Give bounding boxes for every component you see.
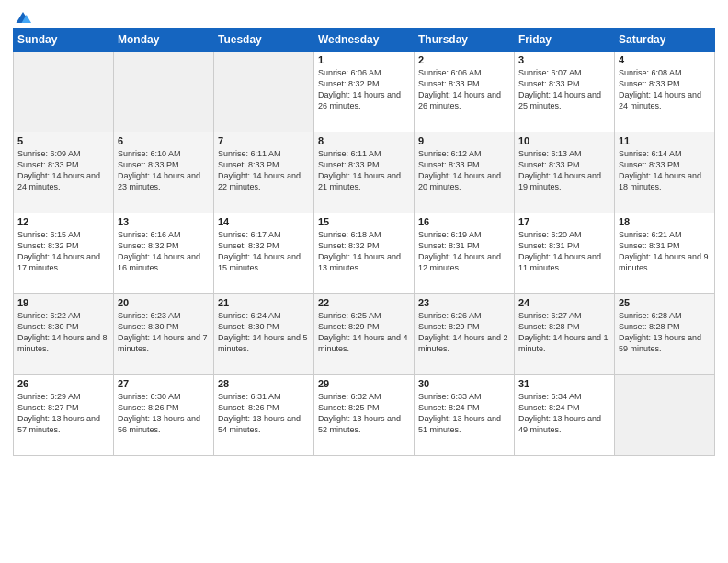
sunrise-label: Sunrise: 6:20 AM [518, 230, 582, 239]
daylight-label: Daylight: 14 hours and 18 minutes. [619, 171, 701, 191]
calendar-cell: 14Sunrise: 6:17 AMSunset: 8:32 PMDayligh… [214, 213, 314, 294]
sunrise-label: Sunrise: 6:29 AM [17, 392, 81, 401]
calendar-cell: 31Sunrise: 6:34 AMSunset: 8:24 PMDayligh… [515, 375, 615, 456]
calendar-cell [615, 375, 715, 456]
day-number: 18 [619, 216, 711, 227]
sunrise-label: Sunrise: 6:22 AM [17, 311, 81, 320]
calendar-header-monday: Monday [114, 29, 214, 52]
sunset-label: Sunset: 8:25 PM [318, 403, 380, 412]
day-info: Sunrise: 6:31 AMSunset: 8:26 PMDaylight:… [218, 391, 310, 436]
calendar-cell: 3Sunrise: 6:07 AMSunset: 8:33 PMDaylight… [515, 52, 615, 132]
sunrise-label: Sunrise: 6:06 AM [418, 68, 482, 77]
sunrise-label: Sunrise: 6:33 AM [418, 392, 482, 401]
calendar-cell: 24Sunrise: 6:27 AMSunset: 8:28 PMDayligh… [515, 294, 615, 375]
day-number: 9 [418, 135, 510, 146]
calendar-header-row: SundayMondayTuesdayWednesdayThursdayFrid… [14, 29, 715, 52]
sunrise-label: Sunrise: 6:19 AM [418, 230, 482, 239]
daylight-label: Daylight: 13 hours and 54 minutes. [218, 414, 301, 434]
sunrise-label: Sunrise: 6:23 AM [118, 311, 181, 320]
sunrise-label: Sunrise: 6:14 AM [619, 149, 682, 158]
day-info: Sunrise: 6:06 AMSunset: 8:32 PMDaylight:… [318, 67, 410, 112]
calendar-cell: 28Sunrise: 6:31 AMSunset: 8:26 PMDayligh… [214, 375, 314, 456]
day-number: 10 [518, 135, 610, 146]
sunset-label: Sunset: 8:27 PM [17, 403, 79, 412]
day-number: 13 [118, 216, 210, 227]
day-info: Sunrise: 6:20 AMSunset: 8:31 PMDaylight:… [518, 229, 610, 274]
day-number: 20 [118, 297, 210, 308]
day-info: Sunrise: 6:08 AMSunset: 8:33 PMDaylight:… [619, 67, 711, 112]
sunrise-label: Sunrise: 6:13 AM [518, 149, 582, 158]
day-number: 25 [619, 297, 711, 308]
sunset-label: Sunset: 8:33 PM [418, 79, 480, 88]
daylight-label: Daylight: 13 hours and 51 minutes. [418, 414, 501, 434]
day-number: 24 [518, 297, 610, 308]
day-info: Sunrise: 6:17 AMSunset: 8:32 PMDaylight:… [218, 229, 310, 274]
sunset-label: Sunset: 8:31 PM [418, 241, 480, 250]
day-number: 19 [17, 297, 109, 308]
daylight-label: Daylight: 14 hours and 4 minutes. [318, 333, 408, 353]
daylight-label: Daylight: 14 hours and 22 minutes. [218, 171, 301, 191]
sunrise-label: Sunrise: 6:26 AM [418, 311, 482, 320]
day-info: Sunrise: 6:23 AMSunset: 8:30 PMDaylight:… [118, 310, 210, 355]
daylight-label: Daylight: 14 hours and 9 minutes. [619, 252, 709, 272]
calendar-cell: 5Sunrise: 6:09 AMSunset: 8:33 PMDaylight… [14, 132, 114, 213]
sunset-label: Sunset: 8:31 PM [518, 241, 580, 250]
sunrise-label: Sunrise: 6:21 AM [619, 230, 682, 239]
daylight-label: Daylight: 14 hours and 13 minutes. [318, 252, 401, 272]
calendar-week-4: 19Sunrise: 6:22 AMSunset: 8:30 PMDayligh… [14, 294, 715, 375]
calendar-header-friday: Friday [515, 29, 615, 52]
daylight-label: Daylight: 14 hours and 15 minutes. [218, 252, 301, 272]
calendar-cell: 6Sunrise: 6:10 AMSunset: 8:33 PMDaylight… [114, 132, 214, 213]
day-number: 4 [619, 54, 711, 65]
sunset-label: Sunset: 8:30 PM [218, 322, 279, 331]
day-number: 23 [418, 297, 510, 308]
day-info: Sunrise: 6:25 AMSunset: 8:29 PMDaylight:… [318, 310, 410, 355]
calendar-cell: 16Sunrise: 6:19 AMSunset: 8:31 PMDayligh… [415, 213, 515, 294]
calendar-cell: 19Sunrise: 6:22 AMSunset: 8:30 PMDayligh… [14, 294, 114, 375]
calendar-week-2: 5Sunrise: 6:09 AMSunset: 8:33 PMDaylight… [14, 132, 715, 213]
day-info: Sunrise: 6:13 AMSunset: 8:33 PMDaylight:… [518, 148, 610, 193]
calendar-cell: 23Sunrise: 6:26 AMSunset: 8:29 PMDayligh… [415, 294, 515, 375]
calendar-header-saturday: Saturday [615, 29, 715, 52]
sunset-label: Sunset: 8:33 PM [418, 160, 480, 169]
sunset-label: Sunset: 8:33 PM [17, 160, 79, 169]
day-info: Sunrise: 6:29 AMSunset: 8:27 PMDaylight:… [17, 391, 109, 436]
sunset-label: Sunset: 8:33 PM [518, 160, 580, 169]
sunrise-label: Sunrise: 6:09 AM [17, 149, 81, 158]
day-number: 16 [418, 216, 510, 227]
calendar-cell: 30Sunrise: 6:33 AMSunset: 8:24 PMDayligh… [415, 375, 515, 456]
daylight-label: Daylight: 14 hours and 8 minutes. [17, 333, 108, 353]
header [13, 9, 715, 22]
calendar-week-5: 26Sunrise: 6:29 AMSunset: 8:27 PMDayligh… [14, 375, 715, 456]
calendar-cell [214, 52, 314, 132]
day-info: Sunrise: 6:22 AMSunset: 8:30 PMDaylight:… [17, 310, 109, 355]
daylight-label: Daylight: 14 hours and 1 minute. [518, 333, 609, 353]
sunset-label: Sunset: 8:33 PM [619, 160, 680, 169]
daylight-label: Daylight: 14 hours and 25 minutes. [518, 90, 601, 110]
daylight-label: Daylight: 14 hours and 24 minutes. [17, 171, 100, 191]
calendar-header-wednesday: Wednesday [314, 29, 415, 52]
day-info: Sunrise: 6:14 AMSunset: 8:33 PMDaylight:… [619, 148, 711, 193]
sunrise-label: Sunrise: 6:18 AM [318, 230, 381, 239]
day-info: Sunrise: 6:32 AMSunset: 8:25 PMDaylight:… [318, 391, 410, 436]
day-info: Sunrise: 6:27 AMSunset: 8:28 PMDaylight:… [518, 310, 610, 355]
day-info: Sunrise: 6:30 AMSunset: 8:26 PMDaylight:… [118, 391, 210, 436]
day-number: 31 [518, 378, 610, 389]
day-info: Sunrise: 6:21 AMSunset: 8:31 PMDaylight:… [619, 229, 711, 274]
calendar-cell: 1Sunrise: 6:06 AMSunset: 8:32 PMDaylight… [314, 52, 415, 132]
calendar-cell: 12Sunrise: 6:15 AMSunset: 8:32 PMDayligh… [14, 213, 114, 294]
sunrise-label: Sunrise: 6:10 AM [118, 149, 181, 158]
day-info: Sunrise: 6:19 AMSunset: 8:31 PMDaylight:… [418, 229, 510, 274]
sunset-label: Sunset: 8:31 PM [619, 241, 680, 250]
day-info: Sunrise: 6:15 AMSunset: 8:32 PMDaylight:… [17, 229, 109, 274]
day-number: 12 [17, 216, 109, 227]
day-number: 14 [218, 216, 310, 227]
daylight-label: Daylight: 14 hours and 23 minutes. [118, 171, 200, 191]
sunrise-label: Sunrise: 6:15 AM [17, 230, 81, 239]
daylight-label: Daylight: 14 hours and 2 minutes. [418, 333, 508, 353]
daylight-label: Daylight: 13 hours and 52 minutes. [318, 414, 401, 434]
sunrise-label: Sunrise: 6:24 AM [218, 311, 281, 320]
sunset-label: Sunset: 8:30 PM [17, 322, 79, 331]
day-info: Sunrise: 6:12 AMSunset: 8:33 PMDaylight:… [418, 148, 510, 193]
day-number: 3 [518, 54, 610, 65]
